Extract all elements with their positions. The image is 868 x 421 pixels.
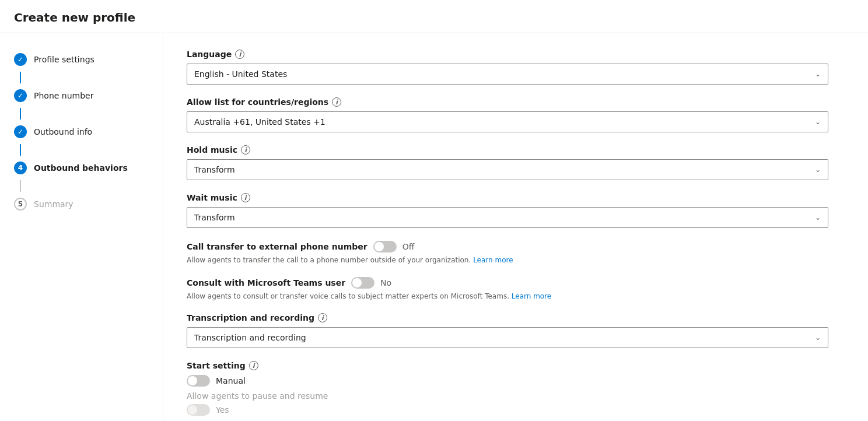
allow-list-field-group: Allow list for countries/regions i Austr… [187, 97, 828, 132]
consult-teams-state: No [380, 278, 391, 287]
call-transfer-toggle[interactable] [373, 241, 397, 252]
consult-teams-learn-more[interactable]: Learn more [512, 292, 551, 300]
connector-2 [20, 108, 21, 120]
hold-music-field-group: Hold music i Transform ⌄ [187, 145, 828, 180]
step-circle-summary: 5 [14, 198, 27, 210]
consult-teams-toggle-line: Consult with Microsoft Teams user No [187, 277, 391, 289]
wait-music-field-group: Wait music i Transform ⌄ [187, 193, 828, 228]
sidebar-item-profile-settings[interactable]: ✓ Profile settings [0, 47, 163, 72]
sidebar-label-summary: Summary [34, 199, 74, 209]
consult-teams-toggle[interactable] [351, 277, 374, 289]
allow-pause-group: Allow agents to pause and resume Yes [187, 391, 828, 416]
language-info-icon[interactable]: i [235, 50, 244, 59]
step-circle-outbound-behaviors: 4 [14, 162, 27, 174]
transcription-field-group: Transcription and recording i Transcript… [187, 313, 828, 348]
transcription-label: Transcription and recording i [187, 313, 828, 322]
transcription-info-icon[interactable]: i [318, 313, 327, 322]
page-header: Create new profile [0, 0, 868, 33]
sidebar-label-outbound-behaviors: Outbound behaviors [34, 163, 128, 173]
step-circle-profile-settings: ✓ [14, 53, 27, 66]
allow-list-chevron-icon: ⌄ [815, 118, 821, 126]
allow-pause-label: Allow agents to pause and resume [187, 391, 828, 401]
call-transfer-state: Off [402, 242, 415, 251]
hold-music-chevron-icon: ⌄ [815, 166, 821, 174]
allow-pause-toggle-line: Yes [187, 404, 828, 416]
consult-teams-row: Consult with Microsoft Teams user No All… [187, 277, 828, 300]
hold-music-label: Hold music i [187, 145, 828, 155]
start-setting-toggle[interactable] [187, 375, 210, 387]
sidebar-item-outbound-info[interactable]: ✓ Outbound info [0, 120, 163, 144]
language-label: Language i [187, 50, 828, 59]
connector-4 [20, 180, 21, 192]
call-transfer-knob [374, 242, 384, 251]
main-content: Language i English - United States ⌄ All… [163, 33, 868, 421]
consult-teams-description: Allow agents to consult or transfer voic… [187, 292, 551, 300]
allow-pause-toggle [187, 404, 210, 416]
form-section: Language i English - United States ⌄ All… [187, 50, 828, 416]
transcription-chevron-icon: ⌄ [815, 334, 821, 342]
consult-teams-label: Consult with Microsoft Teams user [187, 278, 345, 287]
language-chevron-icon: ⌄ [815, 70, 821, 78]
wait-music-info-icon[interactable]: i [241, 193, 250, 202]
language-select[interactable]: English - United States ⌄ [187, 64, 828, 85]
sidebar: ✓ Profile settings ✓ Phone number ✓ Outb… [0, 33, 163, 421]
start-setting-label: Start setting i [187, 361, 828, 370]
allow-list-info-icon[interactable]: i [332, 97, 341, 107]
hold-music-select[interactable]: Transform ⌄ [187, 159, 828, 180]
allow-list-select[interactable]: Australia +61, United States +1 ⌄ [187, 111, 828, 132]
call-transfer-label: Call transfer to external phone number [187, 242, 368, 251]
allow-pause-state: Yes [216, 405, 229, 415]
step-circle-phone-number: ✓ [14, 89, 27, 102]
allow-list-label: Allow list for countries/regions i [187, 97, 828, 107]
start-setting-field-group: Start setting i Manual Allow agents to p… [187, 361, 828, 416]
call-transfer-row: Call transfer to external phone number O… [187, 241, 828, 264]
sidebar-label-outbound-info: Outbound info [34, 127, 92, 136]
start-setting-info-icon[interactable]: i [249, 361, 258, 370]
sidebar-item-summary[interactable]: 5 Summary [0, 192, 163, 216]
call-transfer-description: Allow agents to transfer the call to a p… [187, 256, 513, 264]
step-circle-outbound-info: ✓ [14, 125, 27, 138]
page-title: Create new profile [14, 10, 854, 24]
sidebar-item-phone-number[interactable]: ✓ Phone number [0, 83, 163, 108]
call-transfer-toggle-line: Call transfer to external phone number O… [187, 241, 414, 252]
call-transfer-learn-more[interactable]: Learn more [473, 256, 513, 264]
hold-music-info-icon[interactable]: i [241, 145, 250, 155]
wait-music-label: Wait music i [187, 193, 828, 202]
sidebar-label-phone-number: Phone number [34, 91, 93, 100]
allow-pause-knob [188, 405, 197, 415]
connector-1 [20, 72, 21, 83]
wait-music-select[interactable]: Transform ⌄ [187, 207, 828, 228]
start-setting-knob [188, 376, 197, 385]
language-field-group: Language i English - United States ⌄ [187, 50, 828, 85]
transcription-select[interactable]: Transcription and recording ⌄ [187, 327, 828, 348]
sidebar-label-profile-settings: Profile settings [34, 55, 94, 64]
start-setting-toggle-line: Manual [187, 375, 828, 387]
consult-teams-knob [352, 278, 362, 287]
sidebar-item-outbound-behaviors[interactable]: 4 Outbound behaviors [0, 156, 163, 180]
start-setting-sublabel: Manual [216, 376, 246, 385]
connector-3 [20, 144, 21, 156]
wait-music-chevron-icon: ⌄ [815, 213, 821, 222]
